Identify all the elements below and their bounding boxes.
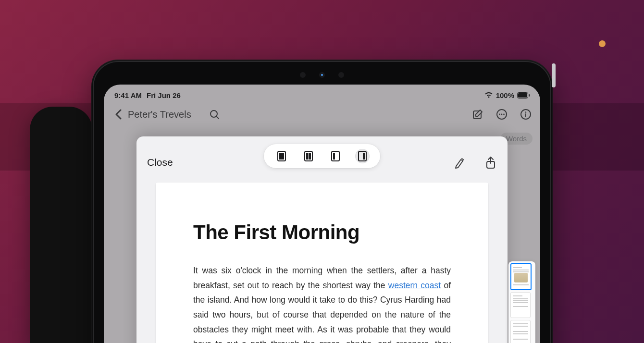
more-icon[interactable] [495, 108, 508, 121]
svg-rect-2 [529, 94, 530, 97]
share-icon[interactable] [483, 156, 498, 170]
nav-bar: Peter's Trevels [104, 104, 540, 125]
decorative-dot [599, 40, 606, 47]
document-page: The First Morning It was six o'clock in … [156, 183, 488, 343]
svg-rect-19 [359, 151, 366, 161]
view-mode-right-panel-icon[interactable] [355, 149, 370, 163]
search-icon[interactable] [208, 108, 221, 121]
document-body: It was six o'clock in the morning when t… [193, 263, 451, 343]
battery-percent: 100% [496, 91, 514, 99]
tablet-device: 9:41 AM Fri Jun 26 100% [91, 60, 553, 343]
page-thumbnail[interactable] [510, 320, 531, 343]
svg-rect-18 [333, 153, 335, 159]
device-sensors [300, 72, 344, 78]
svg-rect-17 [332, 151, 339, 161]
info-icon[interactable] [519, 108, 533, 121]
status-time: 9:41 AM [114, 91, 142, 99]
svg-rect-13 [279, 153, 284, 159]
camera-indicator [319, 72, 325, 78]
device-screen: 9:41 AM Fri Jun 26 100% [104, 85, 540, 343]
view-mode-segmented-control [264, 144, 380, 168]
wifi-icon [484, 92, 493, 98]
status-date: Fri Jun 26 [147, 91, 181, 99]
preview-sheet: Close [136, 136, 508, 343]
page-thumbnails-panel [508, 261, 535, 343]
back-chevron-icon[interactable] [111, 108, 125, 121]
appearance-icon[interactable] [453, 156, 467, 170]
device-side-button [552, 63, 556, 87]
svg-point-9 [503, 114, 505, 115]
view-mode-two-page-icon[interactable] [301, 149, 316, 163]
svg-point-7 [499, 114, 500, 115]
svg-rect-14 [305, 151, 312, 161]
svg-rect-20 [363, 153, 365, 159]
battery-icon [517, 92, 530, 98]
view-mode-left-panel-icon[interactable] [328, 149, 343, 163]
background-device-shadow [30, 107, 92, 343]
svg-point-11 [525, 111, 527, 113]
svg-rect-16 [309, 153, 311, 159]
sheet-header: Close [136, 136, 508, 181]
compose-icon[interactable] [471, 108, 484, 121]
view-mode-single-page-icon[interactable] [274, 149, 289, 163]
word-count-label: Words [506, 135, 527, 143]
svg-line-4 [216, 117, 219, 119]
close-button[interactable]: Close [147, 157, 173, 168]
sensor-dot [338, 72, 344, 78]
western-coast-link[interactable]: western coast [388, 281, 441, 290]
page-thumbnail[interactable] [510, 292, 531, 318]
sensor-dot [300, 72, 306, 78]
status-bar: 9:41 AM Fri Jun 26 100% [104, 89, 540, 101]
svg-rect-1 [518, 93, 527, 98]
document-title: The First Morning [193, 221, 451, 244]
desktop-background: 9:41 AM Fri Jun 26 100% [0, 0, 644, 343]
svg-rect-15 [306, 153, 309, 159]
page-thumbnail[interactable] [510, 263, 532, 290]
svg-point-8 [501, 114, 503, 115]
back-title[interactable]: Peter's Trevels [128, 109, 191, 120]
